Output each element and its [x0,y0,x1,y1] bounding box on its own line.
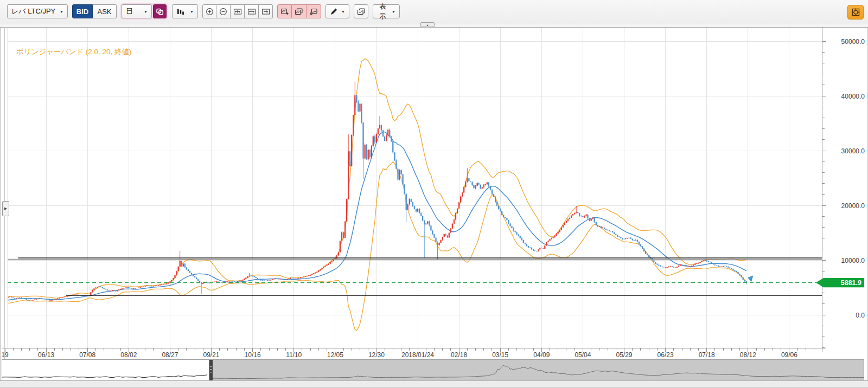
svg-text:06/23: 06/23 [658,351,674,359]
zoom-in-icon [206,8,214,16]
navigator[interactable] [2,360,864,381]
svg-text:08/12: 08/12 [740,351,756,359]
fit-width-icon [247,8,256,16]
svg-text:08/02: 08/02 [120,351,137,359]
svg-text:02/18: 02/18 [451,351,467,359]
svg-text:0.0: 0.0 [856,312,865,319]
pair-select[interactable]: レバ LTC/JPY ▼ [7,4,68,18]
up-candle-bodies [5,95,723,301]
down-candle-bodies [11,95,746,301]
pop-out-icon [309,8,318,16]
svg-text:30000.0: 30000.0 [841,147,865,155]
axis-ticks [5,41,826,352]
target-icon [851,8,860,17]
svg-text:05/29: 05/29 [616,351,632,359]
ask-button[interactable]: ASK [93,4,117,18]
chart-window: レバ LTC/JPY ▼ BID ASK 日 ▼ [0,0,868,388]
zoom-out-button[interactable] [216,4,231,18]
nav-range-handle[interactable] [209,360,213,380]
bollinger-lower-band [5,162,746,331]
svg-text:12/05: 12/05 [327,351,343,359]
link-icon [156,8,164,16]
pop-out-indicator-button[interactable] [307,4,321,18]
caret-down-icon: ▼ [144,10,148,14]
plot-frame [0,27,868,380]
display-menu-select[interactable]: 表示 ▼ [373,4,400,18]
svg-text:2018/01/24: 2018/01/24 [401,351,434,359]
latest-candle-marker [748,276,753,282]
indicator-list-button[interactable] [292,4,307,18]
x-axis-labels: 1906/1307/0808/0208/2709/2110/1611/1012/… [1,351,797,359]
price-chart[interactable]: 50000.040000.030000.020000.010000.00.019… [0,0,868,388]
caret-down-icon: ▼ [60,10,63,14]
svg-text:05/04: 05/04 [575,351,591,359]
bid-button[interactable]: BID [72,4,93,18]
scroll-to-latest-button[interactable] [259,4,273,18]
bollinger-upper-band [5,59,746,298]
collapse-panel-button[interactable]: ▲ [420,22,435,27]
caret-down-icon: ▼ [190,10,194,14]
current-price-value: 5881.9 [841,279,861,287]
toolbar: レバ LTC/JPY ▼ BID ASK 日 ▼ [0,0,868,23]
svg-text:07/08: 07/08 [79,351,95,359]
svg-text:20000.0: 20000.0 [841,202,865,210]
svg-text:50000.0: 50000.0 [841,38,865,46]
svg-text:09/21: 09/21 [203,351,219,359]
svg-text:09/06: 09/06 [781,351,797,359]
pair-label: レバ LTC/JPY [11,7,55,16]
y-axis-labels: 50000.040000.030000.020000.010000.00.0 [841,38,865,319]
svg-text:08/27: 08/27 [162,351,178,359]
caret-down-icon: ▼ [392,10,395,14]
draw-tools-select[interactable]: ▼ [326,4,349,18]
svg-text:07/18: 07/18 [699,351,715,359]
svg-text:10000.0: 10000.0 [841,257,865,264]
bottom-strip [0,381,868,388]
display-label: 表示 [377,2,388,21]
pencil-icon [330,8,338,16]
timeframe-group: 日 ▼ [120,3,168,20]
up-candle-wicks [5,82,723,301]
timeframe-label: 日 [126,7,133,16]
svg-text:12/30: 12/30 [368,351,385,359]
target-button[interactable] [847,5,864,20]
svg-text:11/10: 11/10 [286,351,302,359]
chart-type-select[interactable]: ▼ [172,4,198,18]
plot-area [5,59,746,331]
candlestick-type-icon [176,8,185,16]
fit-range-icon [233,8,242,16]
link-charts-button[interactable] [153,4,167,18]
svg-text:40000.0: 40000.0 [841,93,865,100]
down-candle-wicks [11,95,746,301]
add-indicator-icon [280,8,289,16]
compare-charts-icon [357,8,366,16]
expand-side-panel-button[interactable]: ▶ [2,201,9,216]
zoom-out-icon [219,8,227,16]
compare-charts-button[interactable] [354,4,368,18]
caret-down-icon: ▼ [341,10,345,14]
svg-text:03/15: 03/15 [492,351,508,359]
svg-text:06/13: 06/13 [38,351,54,359]
svg-text:10/16: 10/16 [245,351,261,359]
gridlines [8,27,822,348]
indicator-legend[interactable]: ボリンジャーバンド (2.0, 20, 終値) [16,48,132,56]
zoom-in-button[interactable] [202,4,216,18]
fit-range-button[interactable] [231,4,245,18]
indicator-list-icon [295,8,303,16]
svg-text:19: 19 [1,351,9,359]
fit-width-button[interactable] [245,4,259,18]
add-indicator-button[interactable] [277,4,292,18]
svg-text:04/09: 04/09 [533,351,550,359]
scroll-latest-icon [261,8,270,16]
timeframe-select[interactable]: 日 ▼ [122,4,152,18]
